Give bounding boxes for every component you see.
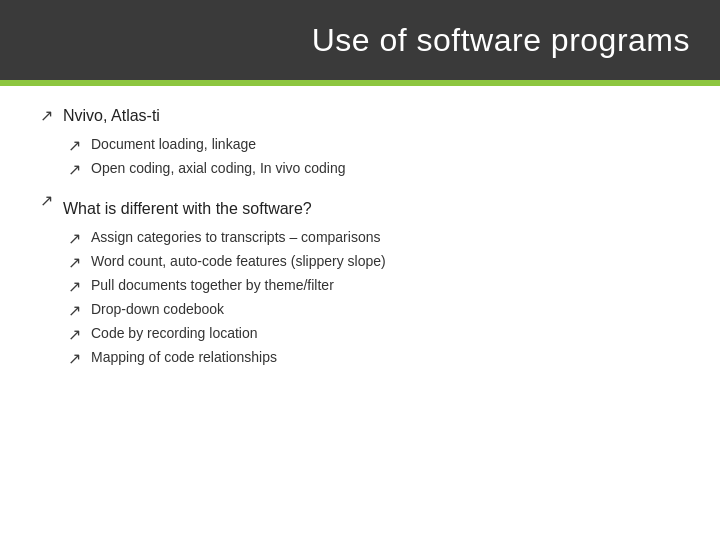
bullet-text: Mapping of code relationships (91, 347, 277, 368)
arrow-icon: ↗ (68, 253, 81, 272)
arrow-icon: ↗ (68, 301, 81, 320)
slide: Use of software programs ↗ Nvivo, Atlas-… (0, 0, 720, 540)
bullet-text: Pull documents together by theme/filter (91, 275, 334, 296)
list-item: ↗ Code by recording location (68, 323, 680, 344)
arrow-icon: ↗ (68, 349, 81, 368)
list-item: ↗ Open coding, axial coding, In vivo cod… (68, 158, 680, 179)
list-item: ↗ Assign categories to transcripts – com… (68, 227, 680, 248)
list-item: ↗ Document loading, linkage (68, 134, 680, 155)
arrow-icon: ↗ (68, 325, 81, 344)
list-item: ↗ Word count, auto-code features (slippe… (68, 251, 680, 272)
bullet-text: Document loading, linkage (91, 134, 256, 155)
bullet-text: What is different with the software? (63, 197, 312, 221)
slide-content: ↗ Nvivo, Atlas-ti ↗ Document loading, li… (0, 86, 720, 540)
arrow-icon: ↗ (68, 136, 81, 155)
arrow-icon: ↗ (68, 229, 81, 248)
arrow-icon: ↗ (40, 191, 53, 210)
bullet-text: Word count, auto-code features (slippery… (91, 251, 386, 272)
list-item: ↗ Nvivo, Atlas-ti (40, 104, 680, 128)
list-item: ↗ Pull documents together by theme/filte… (68, 275, 680, 296)
list-item: ↗ Drop-down codebook (68, 299, 680, 320)
slide-title: Use of software programs (30, 22, 690, 59)
arrow-icon: ↗ (68, 160, 81, 179)
list-item: ↗ What is different with the software? (40, 189, 680, 221)
bullet-text: Nvivo, Atlas-ti (63, 104, 160, 128)
bullet-text: Assign categories to transcripts – compa… (91, 227, 380, 248)
arrow-icon: ↗ (40, 106, 53, 125)
list-item: ↗ Mapping of code relationships (68, 347, 680, 368)
slide-header: Use of software programs (0, 0, 720, 80)
bullet-text: Code by recording location (91, 323, 258, 344)
bullet-text: Drop-down codebook (91, 299, 224, 320)
bullet-text: Open coding, axial coding, In vivo codin… (91, 158, 346, 179)
arrow-icon: ↗ (68, 277, 81, 296)
